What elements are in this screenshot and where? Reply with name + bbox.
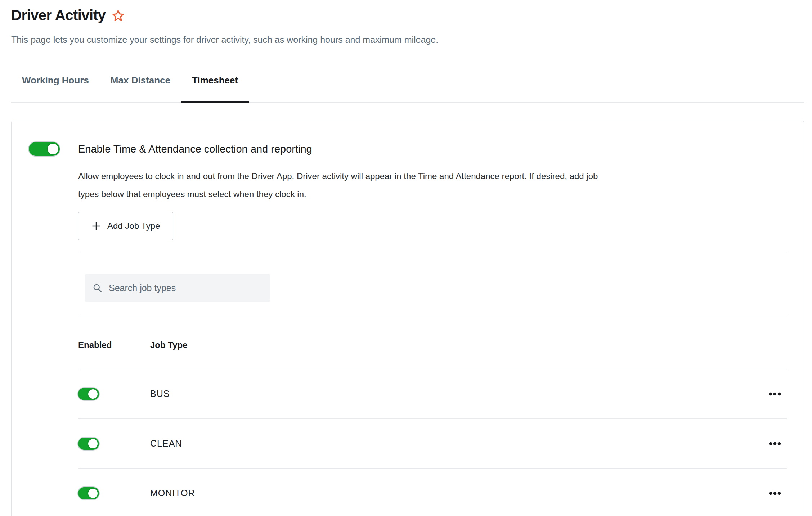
job-type-name: BUS [150,389,170,399]
column-header-job-type: Job Type [150,340,188,350]
setting-description: Allow employees to clock in and out from… [78,167,787,203]
add-job-type-label: Add Job Type [107,221,160,231]
job-type-enabled-toggle[interactable] [78,487,99,499]
page-title: Driver Activity [11,6,106,24]
tab-working-hours[interactable]: Working Hours [11,75,100,102]
search-box[interactable] [85,274,270,302]
toggle-knob [88,439,98,448]
search-job-types-input[interactable] [108,282,263,294]
add-job-type-button[interactable]: Add Job Type [78,212,173,240]
row-actions-menu-button[interactable] [766,489,784,498]
enable-setting-row: Enable Time & Attendance collection and … [29,142,787,516]
ellipsis-icon [769,392,781,396]
setting-description-line: types below that employees must select w… [78,185,787,203]
job-type-enabled-toggle[interactable] [78,388,99,400]
setting-title: Enable Time & Attendance collection and … [78,142,787,156]
row-actions-menu-button[interactable] [766,389,784,399]
row-toggle-cell [78,388,150,400]
row-toggle-cell [78,487,150,499]
ellipsis-icon [769,442,781,445]
job-type-table-header: Enabled Job Type [78,316,787,369]
section-divider [78,253,787,253]
job-type-name: CLEAN [150,438,182,449]
column-header-enabled: Enabled [78,340,150,350]
setting-content: Enable Time & Attendance collection and … [78,142,787,516]
page-header: Driver Activity [11,6,804,24]
driver-activity-page: Driver Activity This page lets you custo… [0,0,812,516]
tab-bar: Working Hours Max Distance Timesheet [11,75,804,103]
toggle-knob [88,389,98,399]
page-subtitle: This page lets you customize your settin… [11,34,804,45]
ellipsis-icon [769,492,781,495]
favorite-star-icon[interactable] [111,9,125,23]
setting-description-line: Allow employees to clock in and out from… [78,167,787,185]
table-row: CLEAN [78,419,787,469]
row-toggle-cell [78,438,150,450]
search-icon [93,283,102,293]
job-type-enabled-toggle[interactable] [78,438,99,450]
toggle-knob [88,489,98,498]
toggle-knob [48,144,58,154]
timesheet-settings-card: Enable Time & Attendance collection and … [11,121,804,516]
row-actions-menu-button[interactable] [766,439,784,448]
table-row: BUS [78,369,787,419]
tab-max-distance[interactable]: Max Distance [100,75,181,102]
job-type-name: MONITOR [150,488,195,498]
enable-toggle-column [29,142,78,516]
table-row: MONITOR [78,469,787,516]
plus-icon [91,221,101,231]
tab-timesheet[interactable]: Timesheet [181,75,249,102]
enable-time-attendance-toggle[interactable] [29,142,60,156]
